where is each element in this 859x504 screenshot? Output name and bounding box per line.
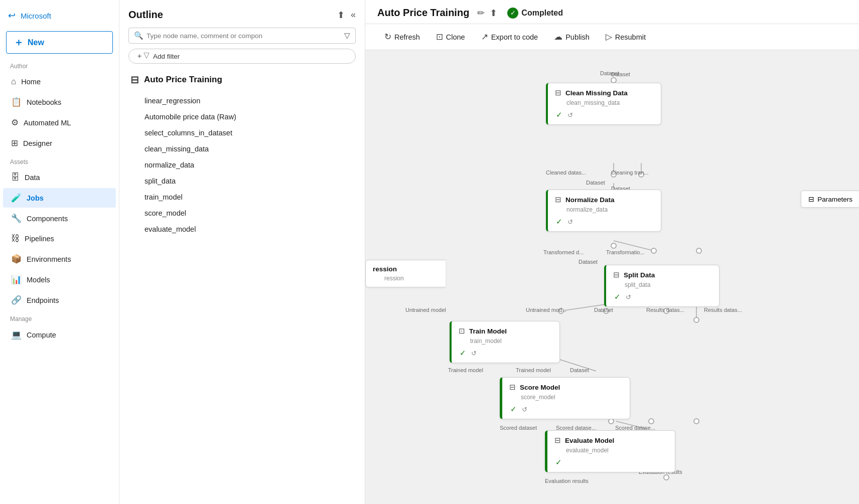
node-clean-missing-data[interactable]: ⊟ Clean Missing Data clean_missing_data … [546,83,661,125]
sidebar-item-label: Automated ML [24,119,71,127]
export-icon: ↗ [481,32,488,42]
label-untrained-model: Untrained model [405,307,446,313]
home-icon: ⌂ [11,77,16,87]
sidebar-item-components[interactable]: 🔧 Components [3,209,116,228]
node-icon: ⊟ [554,436,561,445]
status-icon: ✓ [507,8,518,19]
outline-node-item[interactable]: clean_missing_data [142,141,356,157]
edit-icon[interactable]: ✏ [477,8,485,19]
outline-node-item[interactable]: split_data [142,173,356,189]
outline-node-item[interactable]: Automobile price data (Raw) [142,109,356,125]
node-refresh-icon[interactable]: ↺ [626,293,631,301]
outline-node-item[interactable]: select_columns_in_dataset [142,125,356,141]
models-icon: 📊 [11,274,22,285]
collapse-icon[interactable]: « [351,10,356,20]
label-dataset-2: Dataset [579,259,598,265]
publish-button[interactable]: ☁ Publish [547,28,597,46]
label-untrained-mod: Untrained mod... [526,307,566,313]
sidebar-item-label: Notebooks [27,98,61,106]
outline-node-item[interactable]: linear_regression [142,93,356,109]
pipeline-icon: ⊟ [130,74,139,86]
environments-icon: 📦 [11,254,22,264]
refresh-label: Refresh [394,33,420,41]
clone-button[interactable]: ⊡ Clone [429,28,472,46]
outline-node-item[interactable]: score_model [142,205,356,221]
toolbar: ↻ Refresh ⊡ Clone ↗ Export to code ☁ Pub… [365,24,859,50]
node-linear-regression-partial[interactable]: ression ression [365,260,446,287]
add-filter-button[interactable]: ＋▽ Add filter [128,49,356,64]
clone-icon: ⊡ [436,32,443,42]
node-evaluate-model[interactable]: ⊟ Evaluate Model evaluate_model ✓ [545,430,675,472]
node-refresh-icon[interactable]: ↺ [567,218,573,226]
node-icon: ⊡ [459,326,465,335]
sidebar-item-designer[interactable]: ⊞ Designer [3,133,116,153]
node-train-model[interactable]: ⊡ Train Model train_model ✓ ↺ [450,321,560,363]
sidebar-item-models[interactable]: 📊 Models [3,270,116,289]
svg-point-10 [611,243,616,248]
sidebar-microsoft[interactable]: ↩ Microsoft [0,6,119,29]
node-refresh-icon[interactable]: ↺ [522,406,527,413]
node-check-icon: ✓ [510,405,517,414]
svg-point-12 [696,248,701,253]
main-header: Auto Price Training ✏ ⬆ ✓ Completed [365,0,859,24]
node-icon: ⊟ [509,383,516,392]
search-icon: 🔍 [134,31,144,40]
resubmit-label: Resubmit [615,33,646,41]
outline-node-item[interactable]: evaluate_model [142,221,356,237]
status-text: Completed [521,9,563,18]
svg-point-11 [651,248,656,253]
sidebar: ↩ Microsoft ＋ New Author ⌂ Home 📋 Notebo… [0,0,119,504]
sidebar-item-notebooks[interactable]: 📋 Notebooks [3,92,116,112]
outline-node-item[interactable]: train_model [142,189,356,205]
sidebar-item-endpoints[interactable]: 🔗 Endpoints [3,290,116,310]
sidebar-item-compute[interactable]: 💻 Compute [3,325,116,345]
svg-point-1 [611,78,616,83]
export-to-code-button[interactable]: ↗ Export to code [474,28,545,46]
label-cleaned-datas: Cleaned datas... [546,170,586,176]
parameters-icon: ⊟ [808,195,814,203]
filter-icon[interactable]: ▽ [344,31,350,40]
node-check-icon: ✓ [556,217,562,226]
publish-label: Publish [565,33,590,41]
sidebar-item-data[interactable]: 🗄 Data [3,168,116,187]
canvas-area[interactable]: Dataset Dataset [365,50,859,504]
new-button[interactable]: ＋ New [6,31,113,54]
sidebar-item-jobs[interactable]: 🧪 Jobs [3,188,116,208]
publish-icon: ☁ [554,32,562,42]
node-refresh-icon[interactable]: ↺ [471,350,477,357]
share-icon[interactable]: ⬆ [490,8,497,19]
compute-icon: 💻 [11,329,22,340]
pipeline-name: Auto Price Training [144,75,222,85]
sidebar-item-label: Pipelines [25,235,54,243]
clone-label: Clone [446,33,465,41]
label-results-datas2: Results datas... [704,307,742,313]
refresh-button[interactable]: ↻ Refresh [377,28,427,46]
node-refresh-icon[interactable]: ↺ [567,111,573,119]
parameters-label: Parameters [817,196,852,203]
search-input[interactable] [147,32,344,40]
status-badge: ✓ Completed [507,8,563,19]
outline-header: Outline ⬆ « [128,9,356,21]
sidebar-item-label: Home [21,78,41,86]
label-evaluation-results: Evaluation results [545,478,589,484]
label-trained-model1: Trained model [448,367,483,373]
section-assets: Assets [0,153,119,167]
back-icon: ↩ [8,10,16,21]
node-normalize-data[interactable]: ⊟ Normalize Data normalize_data ✓ ↺ [546,190,661,232]
svg-point-23 [694,419,699,424]
sidebar-item-automated-ml[interactable]: ⚙ Automated ML [3,113,116,132]
outline-node-item[interactable]: normalize_data [142,157,356,173]
main-area: Auto Price Training ✏ ⬆ ✓ Completed ↻ Re… [365,0,859,504]
sidebar-item-environments[interactable]: 📦 Environments [3,249,116,269]
node-icon: ⊟ [555,88,561,97]
outline-title: Outline [128,9,163,21]
sidebar-item-home[interactable]: ⌂ Home [3,72,116,91]
sidebar-item-pipelines[interactable]: ⛓ Pipelines [3,229,116,248]
resubmit-button[interactable]: ▷ Resubmit [599,28,653,46]
label-trained-model2: Trained model [516,367,551,373]
parameters-panel[interactable]: ⊟ Parameters [801,191,859,208]
node-score-model[interactable]: ⊟ Score Model score_model ✓ ↺ [500,377,630,419]
node-split-data[interactable]: ⊟ Split Data split_data ✓ ↺ [604,265,720,307]
share-icon[interactable]: ⬆ [337,10,345,21]
section-manage: Manage [0,310,119,324]
